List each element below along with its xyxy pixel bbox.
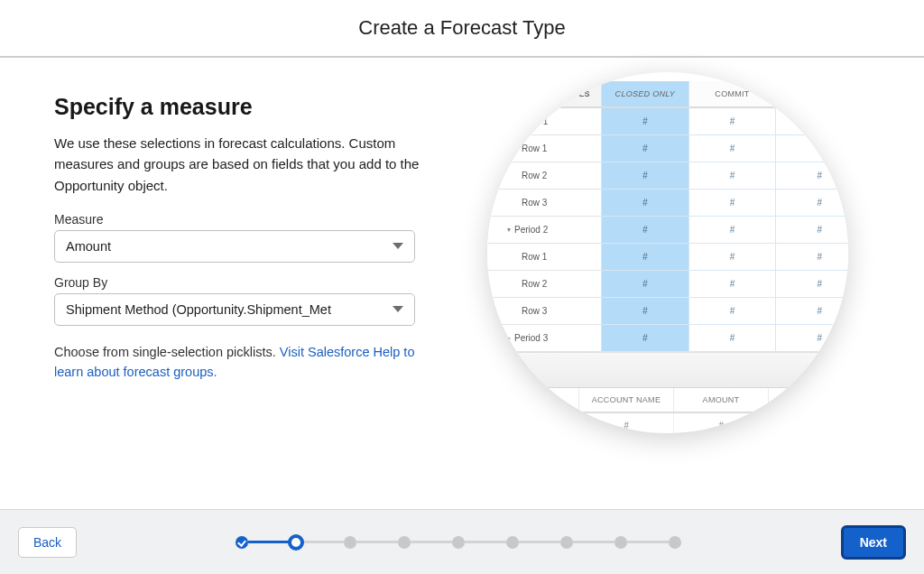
group-by-label: Group By	[54, 275, 451, 290]
preview-cell: #	[775, 244, 848, 271]
preview-cell: #	[688, 135, 776, 162]
preview-cell: #	[775, 217, 848, 244]
step-connector	[627, 541, 669, 543]
group-by-value: Shipment Method (Opportunity.Shipment_Me…	[66, 302, 331, 317]
preview-cell: #	[688, 244, 776, 271]
step-connector	[465, 541, 506, 543]
preview-period-label: ▾Period 2	[487, 217, 601, 244]
preview-cell: #	[601, 135, 688, 162]
preview-cell: #	[775, 108, 848, 135]
chevron-down-icon	[393, 243, 403, 249]
preview-cell: #	[775, 298, 848, 325]
preview-col-header: LS	[487, 81, 601, 108]
preview-row-label: Row 3	[487, 298, 601, 325]
step-connector	[248, 541, 290, 543]
measure-select[interactable]: Amount	[54, 230, 415, 263]
preview-row-label: Row 2	[487, 162, 601, 190]
preview-cell: #	[688, 217, 776, 244]
preview-cell: #	[775, 271, 848, 298]
preview-cell: #	[601, 108, 688, 135]
step-dot	[560, 536, 573, 549]
preview-footer-cell: #	[487, 413, 578, 433]
measure-label: Measure	[54, 212, 451, 227]
preview-footer-cell: #	[768, 413, 848, 433]
step-dot	[614, 536, 627, 549]
preview-cell: #	[688, 190, 776, 217]
preview-row-label: Row 1	[487, 135, 601, 162]
step-dot	[344, 536, 356, 549]
section-description: We use these selections in forecast calc…	[54, 133, 424, 196]
preview-cell: #	[601, 190, 688, 217]
page-title: Create a Forecast Type	[358, 16, 566, 40]
preview-footer-cell: #	[673, 413, 768, 433]
hint-text: Choose from single-selection picklists. …	[54, 342, 433, 383]
step-dot	[452, 536, 465, 549]
preview-cell: #	[775, 190, 848, 217]
preview-cell: #	[688, 162, 776, 190]
preview-cell: #	[775, 325, 848, 352]
step-connector	[519, 541, 560, 543]
step-connector	[302, 541, 344, 543]
footer-bar: Back Next	[0, 509, 924, 574]
preview-cell: #	[775, 135, 848, 162]
preview-footer-header: ME	[487, 388, 578, 412]
step-connector	[356, 541, 398, 543]
preview-cell: #	[601, 298, 688, 325]
preview-cell: #	[601, 271, 688, 298]
preview-footer-header: ACCOUNT NAME	[578, 388, 673, 412]
preview-row-label: Row 2	[487, 271, 601, 298]
preview-footer-cell: #	[578, 413, 673, 433]
preview-cell: #	[688, 108, 776, 135]
progress-stepper	[77, 536, 841, 549]
step-dot	[669, 536, 681, 549]
preview-footer-header: AMOUNT	[673, 388, 768, 412]
chevron-down-icon	[393, 306, 403, 312]
preview-cell: #	[775, 162, 848, 190]
preview-cell: #	[601, 162, 688, 190]
hint-prefix: Choose from single-selection picklists.	[54, 345, 280, 359]
preview-col-header: COMMIT	[688, 81, 776, 108]
section-heading: Specify a measure	[54, 94, 451, 120]
preview-col-header: CLOSED ONLY	[601, 81, 688, 108]
back-button[interactable]: Back	[18, 527, 77, 558]
measure-value: Amount	[66, 239, 111, 254]
next-button[interactable]: Next	[841, 525, 906, 560]
preview-row-label: Row 1	[487, 244, 601, 271]
preview-cell: #	[601, 217, 688, 244]
preview-row-label: Row 3	[487, 190, 601, 217]
step-dot	[398, 536, 411, 549]
preview-period-label: ▾Period 1	[487, 108, 601, 135]
preview-image: LSCLOSED ONLYCOMMITBE▾Period 1###Row 1##…	[487, 72, 848, 433]
preview-col-header: BE	[775, 81, 848, 108]
step-dot	[506, 536, 519, 549]
step-connector	[411, 541, 452, 543]
group-by-select[interactable]: Shipment Method (Opportunity.Shipment_Me…	[54, 293, 415, 326]
preview-period-label: ▸Period 3	[487, 325, 601, 352]
preview-cell: #	[601, 244, 688, 271]
preview-cell: #	[601, 325, 688, 352]
preview-cell: #	[688, 298, 776, 325]
preview-cell: #	[688, 271, 776, 298]
step-dot	[288, 534, 304, 551]
step-dot	[236, 536, 248, 549]
step-connector	[573, 541, 614, 543]
preview-cell: #	[688, 325, 776, 352]
